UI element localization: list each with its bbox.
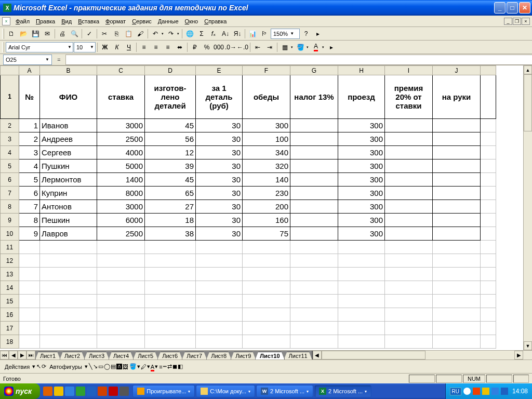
sheet-tab-Лист11[interactable]: Лист11: [284, 352, 312, 360]
cell[interactable]: 200: [243, 200, 290, 214]
cell[interactable]: [433, 322, 481, 335]
draw-font-color-dropdown[interactable]: ▾: [155, 363, 158, 370]
cell[interactable]: Пешкин: [40, 214, 97, 227]
taskbar-task[interactable]: С:\Мои доку...▾: [196, 385, 255, 397]
drawing-icon[interactable]: 🏳: [259, 28, 270, 39]
cell[interactable]: [145, 322, 196, 335]
ql-icon[interactable]: [76, 387, 85, 396]
cell[interactable]: 300: [338, 119, 385, 132]
cell[interactable]: [290, 308, 338, 322]
cell[interactable]: [481, 295, 496, 308]
cell[interactable]: 320: [243, 159, 290, 173]
document-icon[interactable]: x: [2, 17, 10, 25]
row-header-3[interactable]: 3: [1, 132, 19, 146]
cell[interactable]: [196, 241, 243, 254]
redo-dropdown[interactable]: ▾: [176, 32, 180, 36]
cell[interactable]: [385, 159, 433, 173]
rotate-icon[interactable]: ⟳: [42, 363, 46, 370]
cell[interactable]: 300: [243, 119, 290, 132]
col-header-D[interactable]: D: [145, 66, 196, 75]
cell[interactable]: 5000: [97, 159, 145, 173]
autosum-icon[interactable]: Σ: [196, 28, 207, 39]
cell[interactable]: [385, 268, 433, 281]
font-name-combo[interactable]: Arial Cyr▼: [6, 42, 73, 52]
chart-icon[interactable]: 📊: [247, 28, 258, 39]
cell[interactable]: 45: [145, 173, 196, 187]
row-header-8[interactable]: 8: [1, 200, 19, 214]
draw-fill-dropdown[interactable]: ▾: [137, 363, 140, 370]
cell[interactable]: [196, 335, 243, 349]
cell[interactable]: [290, 281, 338, 295]
cell[interactable]: 3000: [97, 200, 145, 214]
cell[interactable]: [338, 335, 385, 349]
cell[interactable]: 4: [19, 159, 40, 173]
cell[interactable]: [290, 132, 338, 146]
dash-style-icon[interactable]: ┅: [163, 363, 167, 370]
cell[interactable]: 160: [243, 214, 290, 227]
cell[interactable]: [481, 268, 496, 281]
cell[interactable]: [290, 295, 338, 308]
header-cell[interactable]: проезд: [338, 75, 385, 119]
cell[interactable]: 140: [243, 173, 290, 187]
select-objects-icon[interactable]: ↖: [36, 363, 41, 370]
cell[interactable]: Пушкин: [40, 159, 97, 173]
cell[interactable]: [19, 254, 40, 268]
cell[interactable]: 300: [338, 173, 385, 187]
cell[interactable]: [243, 335, 290, 349]
cell[interactable]: 3: [19, 146, 40, 159]
header-cell[interactable]: №: [19, 75, 40, 119]
align-center-icon[interactable]: ≡: [150, 42, 162, 53]
spreadsheet-grid[interactable]: ABCDEFGHIJ 1№ФИОставкаизготов- лено дета…: [0, 65, 496, 349]
header-cell[interactable]: изготов- лено деталей: [145, 75, 196, 119]
cell[interactable]: [338, 268, 385, 281]
cell[interactable]: [290, 119, 338, 132]
cell[interactable]: [385, 254, 433, 268]
line-color-dropdown[interactable]: ▾: [147, 363, 150, 370]
cell[interactable]: [385, 227, 433, 241]
cell[interactable]: [433, 159, 481, 173]
tab-nav-first[interactable]: ⏮: [0, 351, 9, 360]
cell[interactable]: [196, 281, 243, 295]
mdi-close-button[interactable]: ×: [522, 18, 530, 25]
tray-icon[interactable]: [491, 388, 499, 395]
tray-icon[interactable]: [501, 388, 508, 395]
cell[interactable]: [433, 281, 481, 295]
maximize-button[interactable]: □: [507, 2, 518, 14]
cell[interactable]: 6000: [97, 214, 145, 227]
sort-desc-icon[interactable]: Я↓: [232, 28, 243, 39]
cell[interactable]: 2500: [97, 132, 145, 146]
comma-icon[interactable]: 000: [213, 42, 224, 53]
autoshapes-menu[interactable]: Автофигуры: [47, 363, 84, 371]
cell[interactable]: [40, 295, 97, 308]
tray-icon[interactable]: [482, 388, 489, 395]
col-header-C[interactable]: C: [97, 66, 145, 75]
cell[interactable]: 30: [196, 173, 243, 187]
scroll-right-button[interactable]: ▶: [514, 351, 523, 360]
cell[interactable]: 7: [19, 200, 40, 214]
name-box[interactable]: O25▼: [3, 55, 52, 65]
format-painter-icon[interactable]: 🖌: [135, 28, 146, 39]
decrease-decimal-icon[interactable]: ←.0: [237, 42, 248, 53]
toolbar-options-icon[interactable]: ▸: [312, 28, 324, 39]
cell[interactable]: [243, 308, 290, 322]
hscroll-thumb[interactable]: [322, 351, 425, 360]
sheet-tab-Лист6[interactable]: Лист6: [157, 352, 182, 360]
fill-dropdown[interactable]: ▾: [305, 45, 310, 49]
ql-icon[interactable]: [109, 387, 118, 396]
italic-icon[interactable]: К: [111, 42, 123, 53]
cell[interactable]: [385, 295, 433, 308]
cell[interactable]: 30: [196, 159, 243, 173]
cell[interactable]: [290, 254, 338, 268]
cell[interactable]: 18: [145, 214, 196, 227]
cell[interactable]: [196, 322, 243, 335]
tray-icon[interactable]: [473, 388, 480, 395]
cell[interactable]: [385, 187, 433, 200]
cell[interactable]: [385, 322, 433, 335]
cell[interactable]: [19, 295, 40, 308]
tray-icon[interactable]: [463, 388, 471, 395]
drawing-actions-menu[interactable]: Действия: [3, 363, 32, 371]
cell[interactable]: 4000: [97, 146, 145, 159]
cell[interactable]: Куприн: [40, 187, 97, 200]
cell[interactable]: [19, 308, 40, 322]
paste-icon[interactable]: 📋: [123, 28, 134, 39]
